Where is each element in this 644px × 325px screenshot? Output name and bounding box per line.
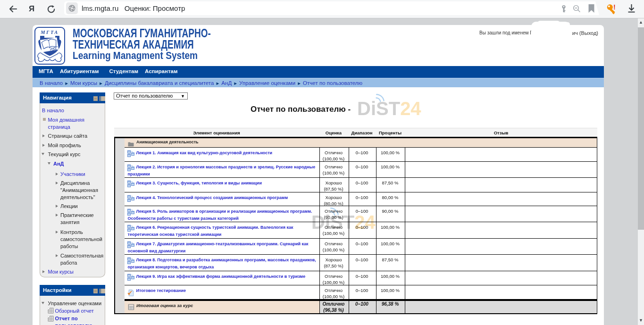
svg-text:МГТА: МГТА [40, 30, 59, 35]
